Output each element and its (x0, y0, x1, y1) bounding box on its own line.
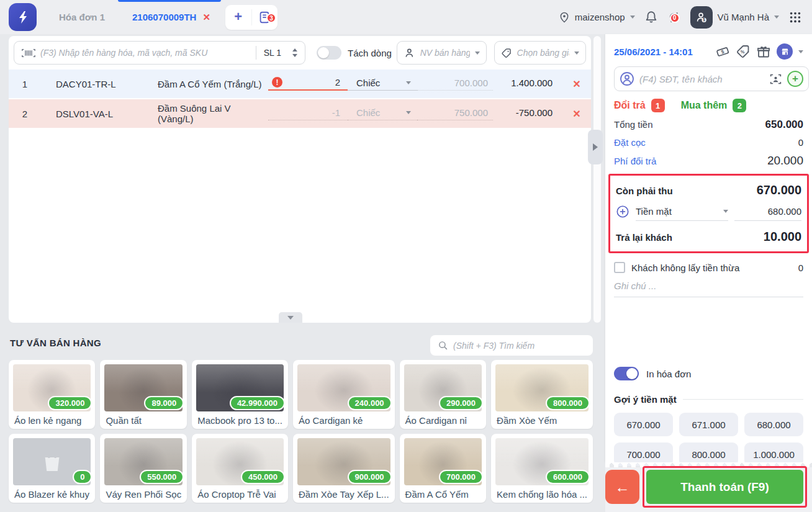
remove-line-button[interactable]: ✕ (562, 108, 591, 120)
payment-highlight-box: Còn phải thu 670.000 Tiền mặt 680.000 Tr… (608, 174, 809, 253)
pos-app: Hóa đơn 1 2106070009TH ✕ + 3 (0, 0, 812, 512)
tab-order-active[interactable]: 2106070009TH ✕ (132, 0, 210, 34)
product-name: Macbook pro 13 to... (196, 411, 284, 429)
add-customer-button[interactable]: + (787, 71, 803, 87)
tab-mua-them[interactable]: Mua thêm 2 (681, 99, 747, 112)
discount-tag-icon[interactable]: % (736, 44, 751, 59)
cart-row-1[interactable]: 1 DACY01-TR-L Đầm A Cổ Yếm (Trắng/L) ! 2… (9, 70, 591, 98)
product-card[interactable]: 0 Áo Blazer kẻ khuy (9, 434, 95, 503)
chevron-down-icon (723, 210, 728, 213)
unit-select[interactable]: Chiếc (348, 78, 417, 91)
sales-channel-button[interactable] (777, 43, 793, 60)
unit-value: Chiếc (356, 107, 380, 118)
product-search-input[interactable] (40, 48, 251, 58)
checkout-button[interactable]: Thanh toán (F9) (646, 470, 803, 504)
product-card[interactable]: 89.000 Quần tất (100, 360, 187, 429)
price-badge: 800.000 (546, 396, 590, 410)
cash-suggestion-button[interactable]: 670.000 (614, 413, 673, 436)
product-card[interactable]: 240.000 Áo Cardigan kẻ (293, 360, 395, 429)
divider (683, 399, 803, 400)
sapo-logo[interactable] (9, 3, 37, 31)
no-change-row: Khách không lấy tiền thừa 0 (614, 262, 803, 273)
suggest-search-input[interactable] (453, 341, 585, 351)
tab-label: 2106070009TH (132, 12, 196, 22)
add-payment-icon[interactable] (616, 205, 629, 218)
voucher-icon[interactable]: $ (715, 44, 730, 59)
top-bar: Hóa đơn 1 2106070009TH ✕ + 3 (0, 0, 812, 34)
svg-text:$: $ (721, 49, 726, 55)
cash-suggestion-button[interactable]: 671.000 (679, 413, 738, 436)
quantity-field[interactable]: ! 2 (268, 77, 348, 91)
product-card[interactable]: 900.000 Đầm Xòe Tay Xếp L... (293, 434, 395, 503)
staff-dropdown[interactable]: NV bán hàng (397, 41, 487, 65)
expand-panel-handle[interactable] (588, 130, 603, 164)
store-icon (780, 47, 790, 56)
product-name: Áo Cardigan nỉ (404, 411, 482, 429)
apps-menu-button[interactable] (788, 11, 802, 24)
product-card[interactable]: 800.000 Đầm Xòe Yếm (491, 360, 593, 429)
product-card-grid: 320.000 Áo len kẻ ngang 89.000 Quần tất … (9, 360, 593, 503)
row-sku: DSLV01-VA-L (41, 109, 147, 119)
cart-toolbar: SL 1 Tách dòng NV bán hàng (9, 36, 591, 70)
payment-method-select[interactable]: Tiền mặt (636, 206, 728, 221)
chevron-down-icon[interactable] (798, 50, 803, 53)
chevron-down-icon (774, 16, 779, 19)
line-total: 1.400.000 (493, 78, 562, 90)
product-card[interactable]: 600.000 Kem chống lão hóa ... (491, 434, 593, 503)
quantity-field[interactable]: -1 (268, 107, 348, 120)
total-value: 650.000 (765, 119, 803, 131)
svg-text:%: % (741, 49, 745, 55)
row-index: 1 (9, 79, 41, 89)
orders-badge: 3 (266, 13, 276, 23)
pending-orders-button[interactable]: 3 (252, 11, 278, 24)
checkout-header: 25/06/2021 - 14:01 $ % (614, 43, 803, 60)
checkout-panel: 25/06/2021 - 14:01 $ % (605, 34, 812, 462)
print-invoice-toggle[interactable] (614, 367, 639, 380)
tab-hoa-don-1[interactable]: Hóa đơn 1 (59, 0, 105, 34)
back-button[interactable]: ← (605, 470, 639, 504)
product-name: Đầm A Cổ Yếm (404, 485, 482, 503)
deposit-link[interactable]: Đặt cọc (614, 137, 646, 148)
store-selector[interactable]: maizenshop (559, 11, 635, 24)
price-badge: 0 (73, 470, 92, 484)
paid-amount-input[interactable]: 680.000 (734, 206, 801, 221)
quantity-stepper[interactable] (289, 48, 301, 57)
gift-icon[interactable] (756, 44, 771, 59)
product-card[interactable]: 550.000 Váy Ren Phối Sọc (100, 434, 187, 503)
store-name: maizenshop (575, 12, 625, 22)
product-card[interactable]: 700.000 Đầm A Cổ Yếm (400, 434, 486, 503)
collapse-cart-handle[interactable] (279, 312, 302, 323)
line-total-value: 1.400.000 (511, 78, 553, 88)
remove-line-button[interactable]: ✕ (562, 78, 591, 90)
change-row: Trả lại khách 10.000 (616, 230, 801, 244)
sync-button[interactable]: 0 (667, 11, 681, 24)
product-name: Áo len kẻ ngang (13, 411, 91, 429)
pricebook-dropdown[interactable]: Chọn bảng giá (494, 41, 586, 65)
notifications-button[interactable] (644, 10, 658, 24)
product-card[interactable]: 450.000 Áo Croptop Trễ Vai (192, 434, 288, 503)
close-tab-icon[interactable]: ✕ (202, 12, 210, 23)
split-line-toggle[interactable] (317, 46, 341, 60)
chevron-down-icon (406, 81, 411, 84)
product-card[interactable]: 42.990.000 Macbook pro 13 to... (192, 360, 288, 429)
unit-select[interactable]: Chiếc (348, 107, 417, 120)
order-datetime[interactable]: 25/06/2021 - 14:01 (614, 47, 693, 57)
no-change-checkbox[interactable] (614, 262, 625, 273)
product-name: Quần tất (104, 411, 183, 429)
line-total: -750.000 (493, 107, 562, 120)
new-order-button[interactable]: + (225, 9, 252, 25)
scan-customer-icon[interactable] (769, 73, 782, 86)
note-input[interactable] (614, 281, 803, 291)
price-field[interactable]: 750.000 (417, 107, 493, 120)
product-card[interactable]: 320.000 Áo len kẻ ngang (9, 360, 95, 429)
staff-dropdown-label: NV bán hàng (420, 48, 470, 58)
price-field[interactable]: 700.000 (417, 78, 493, 91)
cart-row-2[interactable]: 2 DSLV01-VA-L Đầm Suông Lai V (Vàng/L) -… (9, 99, 591, 128)
user-menu[interactable]: $ Vũ Mạnh Hà (690, 6, 779, 29)
cash-suggestion-button[interactable]: 680.000 (744, 413, 803, 436)
product-card[interactable]: 290.000 Áo Cardigan nỉ (400, 360, 486, 429)
print-invoice-label: In hóa đơn (646, 369, 691, 379)
customer-search-input[interactable] (639, 74, 764, 84)
return-fee-link[interactable]: Phí đổi trả (614, 156, 656, 166)
tab-doi-tra[interactable]: Đổi trả 1 (614, 99, 665, 112)
